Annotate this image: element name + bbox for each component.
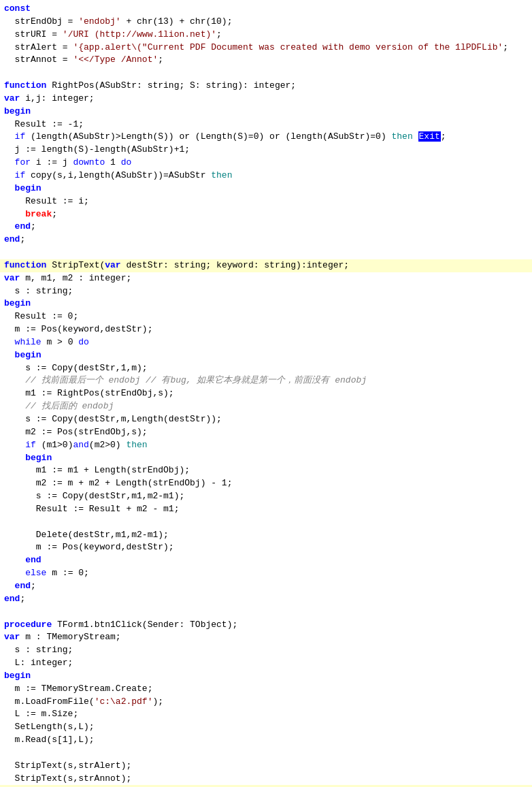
code-line: end; — [0, 593, 532, 606]
code-line — [0, 516, 532, 529]
code-line: strAnnot = '<</Type /Annot'; — [0, 54, 532, 67]
code-line: m2 := Pos(strEndObj,s); — [0, 426, 532, 439]
code-line: // 找前面最后一个 endobj // 有bug, 如果它本身就是第一个，前面… — [0, 374, 532, 387]
code-line: function RightPos(ASubStr: string; S: st… — [0, 80, 532, 93]
code-line: m := Pos(keyword,destStr); — [0, 323, 532, 336]
code-line: if (m1>0)and(m2>0) then — [0, 439, 532, 452]
code-line: end — [0, 554, 532, 567]
code-line: m1 := m1 + Length(strEndObj); — [0, 464, 532, 477]
code-line: while m > 0 do — [0, 336, 532, 349]
code-line: begin — [0, 670, 532, 683]
code-line: if copy(s,i,length(ASubStr))=ASubStr the… — [0, 170, 532, 182]
code-line: m1 := RightPos(strEndObj,s); — [0, 387, 532, 400]
code-line: s := Copy(destStr,m1,m2-m1); — [0, 490, 532, 503]
code-line: s := Copy(destStr,1,m); — [0, 362, 532, 375]
code-line: m.Read(s[1],L); — [0, 734, 532, 747]
code-line: s : string; — [0, 644, 532, 657]
code-line: const — [0, 3, 532, 16]
code-line: end; — [0, 221, 532, 234]
code-line: Result := Result + m2 - m1; — [0, 503, 532, 516]
code-line: m := TMemoryStream.Create; — [0, 683, 532, 696]
code-line: s := Copy(destStr,m,Length(destStr)); — [0, 413, 532, 426]
code-line: Result := 0; — [0, 310, 532, 323]
code-line: function StripText(var destStr: string; … — [0, 259, 532, 272]
code-line: strURI = '/URI (http://www.1lion.net)'; — [0, 29, 532, 42]
code-line: m.LoadFromFile('c:\a2.pdf'); — [0, 696, 532, 709]
code-line: strAlert = '{app.alert\("Current PDF Doc… — [0, 42, 532, 54]
code-line: var i,j: integer; — [0, 93, 532, 106]
code-line: var m : TMemoryStream; — [0, 631, 532, 644]
code-line: strEndObj = 'endobj' + chr(13) + chr(10)… — [0, 16, 532, 29]
code-line — [0, 67, 532, 80]
code-line: begin — [0, 298, 532, 310]
code-line: SetLength(s,L); — [0, 721, 532, 734]
code-line: begin — [0, 106, 532, 118]
code-line — [0, 606, 532, 619]
code-line: s : string; — [0, 285, 532, 298]
code-line: procedure TForm1.btn1Click(Sender: TObje… — [0, 619, 532, 632]
code-line: Delete(destStr,m1,m2-m1); — [0, 529, 532, 542]
code-line: begin — [0, 452, 532, 465]
code-line: else m := 0; — [0, 567, 532, 580]
code-line: Result := -1; — [0, 118, 532, 131]
code-line: var m, m1, m2 : integer; — [0, 272, 532, 285]
code-line: StripText(s,strAlert); — [0, 760, 532, 773]
code-line: end; — [0, 234, 532, 246]
code-line — [0, 747, 532, 760]
code-line: StripText(s,strAnnot); — [0, 773, 532, 786]
code-line: j := length(S)-length(ASubStr)+1; — [0, 144, 532, 157]
code-line — [0, 246, 532, 259]
code-line: break; — [0, 208, 532, 221]
code-line: m2 := m + m2 + Length(strEndObj) - 1; — [0, 477, 532, 490]
code-line: Result := i; — [0, 195, 532, 208]
code-line: L: integer; — [0, 657, 532, 670]
code-line: for i := j downto 1 do — [0, 157, 532, 170]
code-line: // 找后面的 endobj — [0, 400, 532, 413]
code-line: m := Pos(keyword,destStr); — [0, 541, 532, 554]
code-line: begin — [0, 349, 532, 362]
code-line: L := m.Size; — [0, 708, 532, 721]
code-line: if (length(ASubStr)>Length(S)) or (Lengt… — [0, 131, 532, 144]
code-line: end; — [0, 580, 532, 593]
code-editor: const strEndObj = 'endobj' + chr(13) + c… — [0, 0, 532, 787]
code-line: begin — [0, 182, 532, 195]
